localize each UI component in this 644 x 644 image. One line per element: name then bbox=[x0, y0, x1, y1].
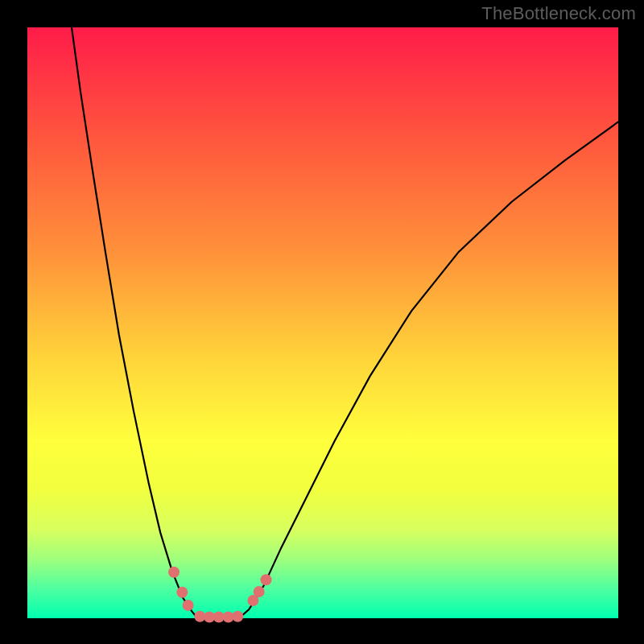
data-marker bbox=[176, 587, 188, 598]
curve-svg bbox=[27, 27, 618, 618]
chart-frame: TheBottleneck.com bbox=[0, 0, 644, 644]
bottleneck-curve bbox=[72, 27, 618, 618]
data-marker bbox=[232, 611, 243, 622]
data-marker bbox=[168, 567, 180, 578]
data-marker bbox=[183, 600, 194, 611]
data-marker bbox=[254, 586, 265, 597]
watermark-text: TheBottleneck.com bbox=[481, 3, 636, 24]
plot-area bbox=[27, 27, 618, 618]
marker-group bbox=[168, 567, 272, 623]
data-marker bbox=[261, 574, 272, 585]
